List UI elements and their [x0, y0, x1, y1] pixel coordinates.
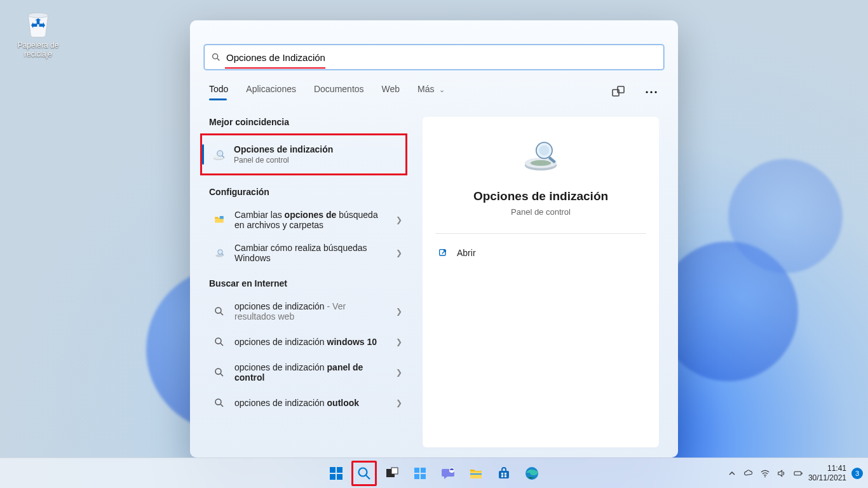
wifi-icon [760, 468, 770, 478]
web-result-item[interactable]: opciones de indización - Ver resultados … [209, 295, 405, 328]
settings-result-item[interactable]: Cambiar cómo realiza búsquedas Windows❯ [209, 236, 405, 269]
web-item-label: opciones de indización panel de control [234, 362, 384, 383]
svg-point-35 [359, 468, 367, 476]
result-preview-pane: Opciones de indización Panel de control … [423, 117, 659, 447]
taskbar-widgets-button[interactable] [407, 461, 433, 486]
taskbar-edge-button[interactable] [519, 461, 545, 486]
search-tabs: Todo Aplicaciones Documentos Web Más ⌄ [190, 70, 678, 100]
taskbar-system-tray[interactable] [727, 468, 803, 478]
svg-rect-40 [421, 468, 426, 473]
svg-line-17 [220, 313, 223, 315]
search-icon [212, 395, 227, 410]
more-options-icon[interactable] [644, 85, 659, 100]
svg-rect-42 [421, 474, 426, 479]
taskbar-task-view-button[interactable] [379, 461, 405, 486]
preview-title: Opciones de indización [435, 189, 646, 203]
widgets-icon [412, 466, 428, 481]
svg-point-26 [531, 160, 551, 166]
preview-open-label: Abrir [457, 248, 476, 258]
svg-rect-53 [801, 472, 802, 474]
svg-rect-34 [337, 474, 342, 480]
taskbar-date: 30/11/2021 [808, 473, 846, 482]
taskbar-start-button[interactable] [323, 461, 349, 486]
result-best-match[interactable]: Opciones de indización Panel de control [202, 139, 405, 170]
svg-point-18 [215, 338, 221, 344]
search-panel: Todo Aplicaciones Documentos Web Más ⌄ M… [190, 20, 678, 458]
taskbar-explorer-button[interactable] [463, 461, 489, 486]
taskbar-search-button[interactable] [351, 461, 377, 486]
svg-point-16 [215, 308, 221, 313]
svg-point-22 [215, 399, 221, 405]
svg-rect-38 [391, 468, 398, 474]
tab-apps[interactable]: Aplicaciones [246, 84, 296, 100]
annotation-best-match-highlight: Opciones de indización Panel de control [200, 133, 407, 175]
chevron-up-icon [727, 468, 737, 478]
taskbar-clock[interactable]: 11:41 30/11/2021 [808, 464, 846, 482]
chevron-right-icon: ❯ [396, 307, 402, 316]
chevron-right-icon: ❯ [396, 215, 402, 224]
chevron-right-icon: ❯ [396, 337, 402, 346]
taskbar-notification-badge[interactable]: 3 [851, 468, 863, 479]
indexing-options-large-icon [518, 135, 564, 175]
taskbar-store-button[interactable] [491, 461, 517, 486]
web-item-label: opciones de indización windows 10 [234, 337, 384, 347]
svg-point-1 [213, 54, 218, 59]
svg-rect-39 [414, 468, 419, 473]
tab-more[interactable]: Más ⌄ [417, 84, 445, 100]
annotation-underline [225, 67, 325, 69]
tab-web[interactable]: Web [382, 84, 400, 100]
svg-point-5 [646, 91, 648, 93]
taskbar-time: 11:41 [808, 464, 846, 473]
best-match-label: Mejor coincidencia [209, 117, 405, 127]
web-result-item[interactable]: opciones de indización panel de control❯ [209, 356, 405, 389]
svg-point-6 [650, 91, 652, 93]
search-icon [212, 304, 227, 319]
search-box[interactable] [204, 44, 664, 70]
svg-rect-46 [501, 473, 503, 475]
svg-line-23 [220, 404, 223, 407]
svg-rect-32 [337, 467, 342, 473]
tab-all[interactable]: Todo [209, 84, 228, 100]
edge-icon [524, 466, 539, 481]
settings-result-item[interactable]: Cambiar las opciones de búsqueda en arch… [209, 203, 405, 236]
search-icon [212, 334, 227, 349]
chevron-right-icon: ❯ [396, 248, 402, 257]
indexing-options-icon [211, 147, 226, 162]
taskbar-chat-button[interactable] [435, 461, 461, 486]
svg-rect-31 [330, 467, 336, 473]
chevron-right-icon: ❯ [396, 368, 402, 377]
desktop-icon-recycle-bin[interactable]: Papelera de reciclaje [13, 6, 64, 58]
windows-logo-icon [329, 466, 344, 481]
svg-rect-52 [794, 471, 801, 475]
svg-rect-44 [470, 473, 482, 475]
settings-item-icon [212, 245, 227, 261]
svg-point-7 [654, 91, 656, 93]
svg-line-21 [220, 374, 223, 376]
svg-line-36 [366, 475, 370, 479]
web-result-item[interactable]: opciones de indización windows 10❯ [209, 328, 405, 356]
open-icon [438, 248, 448, 258]
web-section-label: Buscar en Internet [209, 278, 405, 288]
settings-section-label: Configuración [209, 187, 405, 197]
preview-subtitle: Panel de control [435, 207, 646, 217]
web-result-item[interactable]: opciones de indización outlook❯ [209, 389, 405, 417]
settings-item-label: Cambiar las opciones de búsqueda en arch… [234, 210, 384, 230]
tab-documents[interactable]: Documentos [314, 84, 364, 100]
recycle-bin-icon [22, 6, 54, 38]
battery-icon [793, 468, 803, 478]
svg-point-20 [215, 369, 221, 374]
recycle-bin-label: Papelera de reciclaje [13, 41, 64, 58]
settings-item-icon [212, 212, 227, 227]
onedrive-icon [743, 468, 754, 478]
svg-rect-45 [499, 471, 509, 478]
svg-point-51 [764, 476, 766, 477]
svg-rect-33 [330, 474, 336, 480]
svg-point-0 [28, 13, 48, 18]
chat-icon [440, 466, 456, 481]
search-input[interactable] [221, 52, 657, 63]
search-app-launch-icon[interactable] [611, 85, 626, 100]
svg-rect-48 [501, 475, 503, 477]
search-icon [212, 365, 227, 380]
microsoft-store-icon [496, 466, 512, 481]
preview-action-open[interactable]: Abrir [435, 243, 646, 263]
